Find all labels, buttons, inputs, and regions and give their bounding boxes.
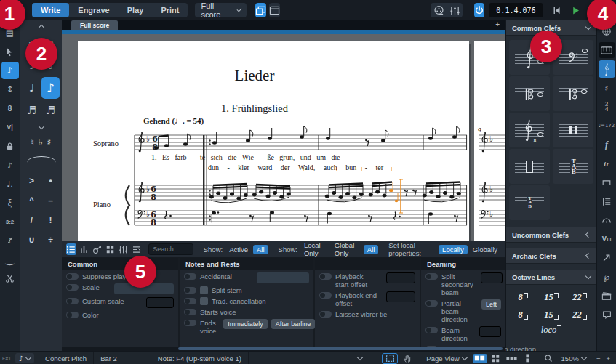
starts-voice-toggle[interactable] [184, 309, 196, 315]
quindicesima-alta-button[interactable]: 15 [538, 290, 564, 304]
layout-selector[interactable]: Full score [195, 3, 247, 17]
key-signatures-icon[interactable]: ♯ [599, 78, 615, 97]
lyrics-verse-2[interactable]: dun - kler ward der Wald, auch bun - ter [208, 163, 470, 171]
properties-sliders-icon[interactable] [119, 243, 129, 255]
lyrics-verse-1[interactable]: 1. Es färb - te sich die Wie - ße grün, … [151, 153, 464, 161]
gradual-lines-icon[interactable] [599, 248, 615, 267]
natural-button[interactable]: ♮ [31, 137, 34, 147]
rewind-button[interactable] [549, 3, 565, 17]
trad-cancellation-toggle[interactable] [184, 298, 196, 304]
concert-pitch-indicator[interactable]: Concert Pitch [39, 352, 94, 364]
grace-slash-icon[interactable]: ♪ [1, 231, 19, 250]
loco-button[interactable]: loco [510, 325, 593, 336]
figured-bass-icon[interactable]: ℘ [599, 267, 615, 286]
split-stem-checkbox[interactable] [200, 286, 208, 294]
left-button[interactable]: Left [481, 299, 501, 310]
clefs-panel-icon[interactable] [599, 60, 615, 78]
playback-start-offset-field[interactable] [386, 272, 415, 283]
keyboard-panel-icon[interactable] [599, 42, 615, 58]
document-tab-full-score[interactable]: Full score [71, 20, 118, 30]
ottava-alta-button[interactable]: 8 [510, 290, 536, 304]
playback-power-button[interactable] [474, 3, 484, 17]
select-arrow-icon[interactable] [1, 42, 19, 61]
clef-percussion-rect-button[interactable] [509, 149, 550, 184]
time-signatures-icon[interactable]: 34 [599, 97, 615, 116]
tab-print[interactable]: Print [152, 3, 188, 17]
add-tab-button[interactable]: + [495, 20, 500, 28]
scale-toggle[interactable] [66, 284, 79, 291]
grace-note-icon[interactable]: ♪ [1, 155, 19, 174]
split-secondary-beam-field[interactable] [481, 272, 503, 283]
custom-scale-field[interactable] [146, 297, 174, 308]
split-secondary-beam-toggle[interactable] [425, 273, 438, 280]
suppress-playback-toggle[interactable] [66, 273, 79, 280]
voices-icon[interactable]: V| [1, 118, 19, 137]
play-button[interactable] [568, 3, 584, 17]
zoom-in-button[interactable]: + [604, 355, 616, 363]
ventiduesima-alta-button[interactable]: 22 [567, 290, 593, 304]
dotted-note-icon[interactable]: ♩. [1, 174, 19, 193]
split-stem-toggle[interactable] [184, 287, 196, 294]
rhythmic-grid-selector[interactable]: ♪ [15, 353, 34, 363]
pages-grid-button[interactable] [489, 354, 503, 363]
zoom-lens-icon[interactable] [541, 354, 556, 363]
clef-alto-button[interactable] [509, 76, 550, 111]
zoom-out-button[interactable]: − [592, 355, 605, 363]
duration-eighth-button[interactable]: ♪ [41, 77, 60, 99]
soft-accent-button[interactable]: / [23, 211, 41, 230]
hand-tool-button[interactable] [400, 354, 415, 363]
clef-treble-octave-button[interactable]: 8 [509, 113, 550, 147]
globally-option[interactable]: Globally [469, 245, 501, 254]
flat-button[interactable]: ♭ [39, 137, 43, 147]
collapse-panel-chevron[interactable] [357, 354, 363, 360]
octave-icon[interactable]: 8 [1, 99, 19, 118]
staccato-button[interactable]: • [41, 171, 60, 190]
ends-voice-toggle[interactable] [184, 320, 196, 326]
sharp-button[interactable]: ♯ [47, 137, 52, 147]
properties-list2-icon[interactable] [131, 243, 141, 255]
note-input-icon[interactable]: ♪ [1, 62, 19, 79]
tempo-panel-icon[interactable]: ♩=172 [599, 116, 615, 135]
trad-cancellation-checkbox[interactable] [200, 297, 208, 305]
beam-direction-toggle[interactable] [425, 327, 438, 333]
pages-row-button[interactable] [505, 354, 519, 363]
after-barline-button[interactable]: After barline [271, 319, 316, 329]
staccato-tenuto-button[interactable]: ÷ [41, 230, 60, 249]
transpose-icon[interactable]: ↕ [1, 80, 19, 99]
playback-end-offset-toggle[interactable] [319, 292, 332, 299]
clef-tenor-button[interactable] [553, 76, 593, 111]
unstress-button[interactable]: ∪ [23, 230, 41, 249]
properties-list-icon[interactable] [66, 243, 76, 255]
accidental-select[interactable] [257, 272, 309, 283]
pages-spread-button[interactable] [473, 354, 487, 363]
comments-icon[interactable] [599, 305, 615, 324]
accent-button[interactable]: > [23, 171, 41, 190]
playing-techniques-icon[interactable]: V⊓ [599, 230, 615, 248]
laissez-vibrer-toggle[interactable] [319, 311, 332, 318]
global-only-option[interactable]: Global Only [331, 240, 362, 258]
clef-percussion-button[interactable] [553, 113, 593, 147]
scope-all-option[interactable]: All [364, 245, 379, 254]
staccatissimo-button[interactable]: ! [41, 211, 60, 230]
duration-thirtysecond-button[interactable]: ♬ [41, 100, 60, 121]
dynamics-icon[interactable]: f [599, 135, 615, 154]
score-view[interactable]: ♭♭♭ ♭♭♭ 68 68 68 9 [62, 34, 505, 241]
playback-end-offset-field[interactable] [386, 291, 415, 302]
durations-scroll-up[interactable] [20, 22, 62, 31]
quindicesima-bassa-button[interactable]: 15 [538, 307, 564, 322]
local-only-option[interactable]: Local Only [300, 240, 329, 258]
chord-diagram-icon[interactable] [599, 192, 615, 211]
custom-scale-toggle[interactable] [66, 298, 79, 304]
duration-quarter-button[interactable]: ♩ [23, 77, 41, 99]
slur-button[interactable] [25, 154, 57, 166]
section-octave-lines[interactable]: Octave Lines [506, 270, 596, 285]
marquee-tool-button[interactable] [382, 353, 398, 364]
single-window-button[interactable] [269, 3, 280, 17]
beam-direction-field[interactable] [479, 326, 501, 337]
video-icon[interactable] [599, 286, 615, 305]
color-toggle[interactable] [66, 312, 79, 318]
pages-column-button[interactable] [521, 354, 535, 363]
view-mode-selector[interactable]: Page View [420, 355, 472, 363]
scrollbar-thumb[interactable] [178, 347, 503, 350]
properties-grid-icon[interactable] [105, 243, 116, 255]
